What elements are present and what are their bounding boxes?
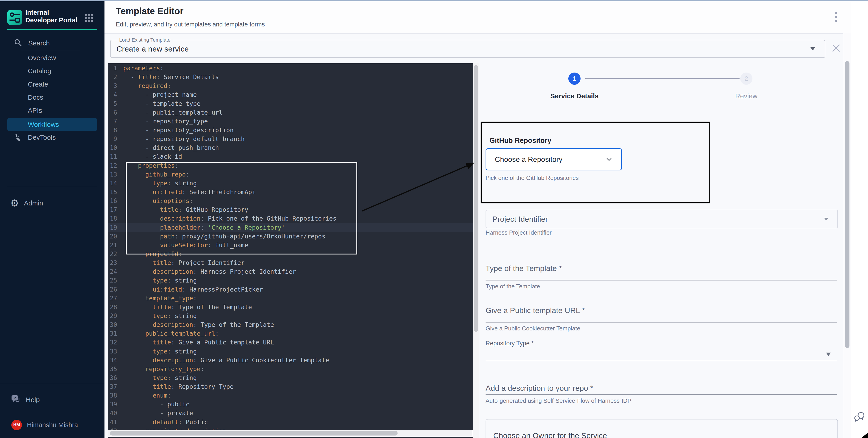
line-number: 21 — [108, 241, 117, 249]
owner-select[interactable]: Choose an Owner for the Service — [486, 419, 838, 438]
code-line-31[interactable]: 31 public_template_url: — [108, 329, 473, 338]
template-editor-page: Internal Developer Portal Search Overvi — [0, 0, 868, 438]
code-text: - template_type — [123, 100, 200, 107]
more-options-icon[interactable] — [833, 11, 839, 25]
line-number: 36 — [108, 373, 117, 382]
code-line-39[interactable]: 39 - public — [108, 400, 473, 409]
repository-type-label: Repository Type * — [486, 340, 534, 347]
line-number: 15 — [108, 188, 117, 196]
sidebar-item-search[interactable]: Search — [7, 37, 97, 50]
owner-placeholder: Choose an Owner for the Service — [493, 431, 607, 438]
code-line-4[interactable]: 4 - project_name — [108, 90, 473, 99]
sidebar-item-help[interactable]: ? Help — [7, 393, 97, 406]
code-text: description: Type of the Template — [123, 321, 274, 328]
search-label: Search — [28, 39, 50, 47]
code-line-28[interactable]: 28 title: Type of the Template — [108, 303, 473, 311]
code-text: parameters: — [123, 65, 164, 72]
sidebar-item-overview[interactable]: Overview — [7, 51, 97, 64]
admin-label: Admin — [24, 199, 43, 207]
repository-type-select-arrow[interactable] — [826, 352, 831, 356]
code-line-41[interactable]: 41 default: Public — [108, 418, 473, 427]
line-number: 12 — [108, 161, 117, 170]
stepper-connector — [585, 78, 740, 79]
code-line-40[interactable]: 40 - private — [108, 409, 473, 417]
code-line-24[interactable]: 24 description: Harness Project Identifi… — [108, 267, 473, 276]
sidebar-item-label: DevTools — [28, 134, 56, 141]
code-text: description: Give a Public Cookiecutter … — [123, 357, 329, 364]
dropdown-arrow-icon — [810, 47, 815, 50]
step-2-number: 2 — [745, 75, 748, 82]
code-text: - repository_type — [123, 118, 208, 125]
load-existing-template-select[interactable]: Load Existing Template Create a new serv… — [110, 40, 825, 58]
step-2-circle[interactable]: 2 — [740, 72, 752, 85]
code-line-33[interactable]: 33 type: string — [108, 347, 473, 356]
code-line-9[interactable]: 9 - repository_default_branch — [108, 134, 473, 143]
code-line-10[interactable]: 10 - direct_push_branch — [108, 143, 473, 152]
step-1-circle[interactable]: 1 — [568, 72, 581, 85]
code-line-27[interactable]: 27 template_type: — [108, 294, 473, 303]
code-line-36[interactable]: 36 type: string — [108, 373, 473, 382]
code-line-23[interactable]: 23 title: Project Identifier — [108, 258, 473, 267]
chat-support-icon[interactable] — [854, 411, 865, 424]
code-line-35[interactable]: 35 repository_type: — [108, 365, 473, 373]
idp-logo[interactable] — [7, 10, 22, 25]
line-number: 16 — [108, 196, 117, 205]
code-line-7[interactable]: 7 - repository_type — [108, 117, 473, 126]
code-line-34[interactable]: 34 description: Give a Public Cookiecutt… — [108, 356, 473, 365]
page-header — [104, 1, 851, 34]
code-line-26[interactable]: 26 ui:field: HarnessProjectPicker — [108, 285, 473, 294]
close-icon[interactable] — [832, 44, 840, 53]
code-line-2[interactable]: 2 - title: Service Details — [108, 72, 473, 81]
apps-grid-icon[interactable] — [85, 13, 94, 24]
line-number: 39 — [108, 400, 117, 409]
line-number: 9 — [108, 134, 117, 143]
code-line-32[interactable]: 32 title: Give a Public template URL — [108, 338, 473, 347]
editor-vertical-scrollbar-thumb[interactable] — [474, 65, 478, 332]
line-number: 41 — [108, 418, 117, 427]
code-line-5[interactable]: 5 - template_type — [108, 99, 473, 108]
line-number: 23 — [108, 258, 117, 267]
project-identifier-placeholder: Project Identifier — [492, 215, 548, 224]
sidebar-item-create[interactable]: Create — [7, 78, 97, 91]
sidebar-item-label: Overview — [28, 54, 56, 62]
code-line-3[interactable]: 3 required: — [108, 81, 473, 90]
code-line-29[interactable]: 29 type: string — [108, 311, 473, 320]
sidebar-item-catalog[interactable]: Catalog — [7, 64, 97, 77]
user-menu[interactable]: HM Himanshu Mishra — [7, 418, 102, 432]
sidebar-item-admin[interactable]: ⚙ Admin — [7, 197, 97, 210]
sidebar-divider — [22, 50, 80, 50]
code-text: title: Give a Public template URL — [123, 339, 274, 346]
sidebar-item-workflows[interactable]: Workflows — [7, 118, 97, 131]
line-number: 2 — [108, 72, 117, 81]
svg-text:?: ? — [13, 396, 16, 400]
line-number: 22 — [108, 249, 117, 258]
project-identifier-select[interactable]: Project Identifier — [486, 210, 838, 228]
code-line-30[interactable]: 30 description: Type of the Template — [108, 320, 473, 329]
code-line-37[interactable]: 37 title: Repository Type — [108, 382, 473, 391]
code-text: - public_template_url — [123, 109, 222, 116]
sidebar: Internal Developer Portal Search Overvi — [0, 1, 104, 438]
repo-description-input[interactable]: Add a description to your repo * — [486, 384, 593, 393]
code-line-1[interactable]: 1parameters: — [108, 64, 473, 72]
load-existing-template-value: Create a new service — [117, 44, 189, 53]
editor-horizontal-scrollbar-thumb[interactable] — [110, 431, 398, 436]
repository-type-underline — [486, 361, 837, 361]
code-line-25[interactable]: 25 type: string — [108, 276, 473, 285]
code-text: - private — [123, 409, 193, 416]
code-text: title: Project Identifier — [123, 259, 245, 266]
code-line-8[interactable]: 8 - repositoty_description — [108, 126, 473, 134]
editor-vertical-scrollbar — [473, 63, 479, 438]
template-type-input[interactable]: Type of the Template * — [486, 264, 562, 273]
code-text: template_type: — [123, 295, 197, 302]
sidebar-item-apis[interactable]: APIs — [7, 104, 97, 117]
code-text: - slack_id — [123, 153, 182, 160]
code-text: title: Type of the Template — [123, 304, 252, 310]
code-line-6[interactable]: 6 - public_template_url — [108, 108, 473, 117]
sidebar-item-label: Workflows — [28, 121, 59, 128]
sidebar-item-docs[interactable]: Docs — [7, 91, 97, 104]
code-text: - repository_default_branch — [123, 135, 245, 142]
page-scrollbar-thumb[interactable] — [845, 61, 849, 348]
public-template-url-input[interactable]: Give a Public template URL * — [486, 306, 585, 315]
code-line-11[interactable]: 11 - slack_id — [108, 152, 473, 161]
code-line-38[interactable]: 38 enum: — [108, 391, 473, 400]
